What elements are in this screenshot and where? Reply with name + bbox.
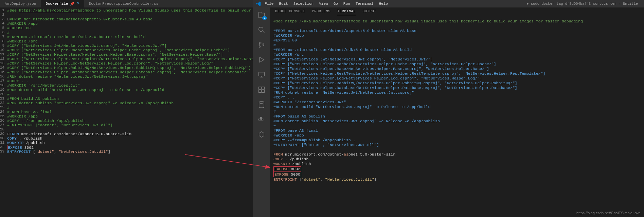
- code-line[interactable]: #WORKDIR /app: [7, 114, 253, 119]
- code-line[interactable]: #COPY ["NetServices.Helper.Base/NetServi…: [7, 52, 253, 57]
- terminal-content[interactable]: #See https://aka.ms/containerfastmode to…: [270, 17, 644, 217]
- terminal-line: #COPY ["NetServices.Helper.RabbitMQ/NetS…: [273, 81, 641, 86]
- code-line[interactable]: #RUN dotnet publish "NetServices.Jwt.csp…: [7, 101, 253, 105]
- panel-tab-terminal[interactable]: TERMINAL: [337, 9, 356, 15]
- menu-help[interactable]: Help: [377, 1, 390, 6]
- window-title: ● sudo docker tag df8d904baf43 ccr.ccs.t…: [391, 2, 641, 6]
- code-line[interactable]: ENTRYPOINT ["dotnet", "NetServices.Jwt.d…: [7, 149, 253, 154]
- code-line[interactable]: #: [7, 105, 253, 110]
- terminal-line: #See https://aka.ms/containerfastmode to…: [273, 19, 641, 24]
- terminal-line: WORKDIR /publish: [273, 162, 641, 166]
- terminal-line: FROM mcr.microsoft.com/dotnet/aspnet:5.0…: [273, 152, 641, 157]
- code-content[interactable]: #See https://aka.ms/containerfastmode to…: [7, 8, 253, 217]
- code-line[interactable]: [7, 127, 253, 132]
- code-line[interactable]: #WORKDIR "/src/NetServices.Jwt": [7, 83, 253, 88]
- menu-go[interactable]: Go: [332, 1, 340, 6]
- menu-edit[interactable]: Edit: [277, 1, 290, 6]
- terminal-line: #COPY . .: [273, 95, 641, 100]
- code-line[interactable]: EXPOSE 8002: [7, 145, 253, 149]
- code-line[interactable]: #RUN dotnet build "NetServices.Jwt.cspro…: [7, 88, 253, 92]
- code-line[interactable]: #EXPOSE 80: [7, 26, 253, 30]
- tab-controller[interactable]: DoctorPrescriptionController.cs: [84, 0, 163, 7]
- close-icon[interactable]: ×: [77, 1, 79, 6]
- code-line[interactable]: ⊟FROM mcr.microsoft.com/dotnet/aspnet:5.…: [7, 132, 253, 136]
- code-line[interactable]: #COPY ["NetServices.Jwt/NetServices.Jwt.…: [7, 43, 253, 48]
- code-line[interactable]: #COPY ["NetServices.Helper.RabbitMQ/NetS…: [7, 66, 253, 70]
- code-line[interactable]: #COPY --from=publish /app/publish .: [7, 119, 253, 123]
- code-line[interactable]: #See https://aka.ms/containerfastmode to…: [7, 8, 253, 13]
- code-line[interactable]: #RUN dotnet restore "NetServices.Jwt/Net…: [7, 74, 253, 79]
- vscode-pane: File Edit Selection View Go Run Terminal…: [253, 0, 644, 217]
- panel-area: DEBUG CONSOLE PROBLEMS TERMINAL OUTPUT #…: [270, 7, 644, 217]
- titlebar: File Edit Selection View Go Run Terminal…: [253, 0, 644, 7]
- terminal-line: #RUN dotnet publish "NetServices.Jwt.csp…: [273, 119, 641, 124]
- code-line[interactable]: COPY . /publish: [7, 136, 253, 141]
- terminal-line: #RUN dotnet build "NetServices.Jwt.cspro…: [273, 105, 641, 109]
- terminal-line: #FROM mcr.microsoft.com/dotnet/aspnet:5.…: [273, 29, 641, 33]
- terminal-line: #RUN dotnet restore "NetServices.Jwt/Net…: [273, 90, 641, 95]
- docker-icon[interactable]: [257, 115, 266, 124]
- terminal-line: #: [273, 43, 641, 48]
- terminal-line: #COPY ["NetServices.Jwt/NetServices.Jwt.…: [273, 57, 641, 62]
- remote-icon[interactable]: [257, 71, 266, 79]
- panel-tab-output[interactable]: OUTPUT: [362, 9, 376, 15]
- svg-point-9: [259, 102, 264, 104]
- panel-tab-problems[interactable]: PROBLEMS: [312, 9, 330, 15]
- tab-antdeploy[interactable]: AntDeploy.json: [0, 0, 41, 7]
- code-line[interactable]: #FROM build AS publish: [7, 96, 253, 101]
- watermark: https://blog.csdn.net/ChaITSimpleLove: [576, 211, 641, 215]
- terminal-line: #COPY ["NetServices.Helper.Cache/NetServ…: [273, 62, 641, 67]
- terminal-line: #WORKDIR "/src/NetServices.Jwt": [273, 100, 641, 105]
- panel-tab-debug[interactable]: DEBUG CONSOLE: [275, 9, 305, 15]
- search-icon[interactable]: [257, 26, 266, 34]
- source-control-icon[interactable]: [257, 41, 266, 49]
- svg-rect-8: [262, 90, 264, 92]
- menu-run[interactable]: Run: [341, 1, 352, 6]
- tab-dockerfile[interactable]: Dockerfile 📌 ×: [41, 0, 84, 7]
- code-line[interactable]: #WORKDIR /app: [7, 21, 253, 26]
- terminal-line: #ENTRYPOINT ["dotnet", "NetServices.Jwt.…: [273, 143, 641, 147]
- menu-file[interactable]: File: [263, 1, 275, 6]
- code-line[interactable]: #: [7, 92, 253, 96]
- menu-terminal[interactable]: Terminal: [354, 1, 376, 6]
- run-debug-icon[interactable]: [257, 56, 266, 64]
- code-line[interactable]: #FROM mcr.microsoft.com/dotnet/sdk:5.0-b…: [7, 35, 253, 39]
- pin-icon[interactable]: 📌: [70, 2, 75, 6]
- code-line[interactable]: #COPY . .: [7, 79, 253, 83]
- database-icon[interactable]: [257, 101, 266, 109]
- terminal-line: #FROM mcr.microsoft.com/dotnet/sdk:5.0-b…: [273, 48, 641, 52]
- svg-rect-6: [262, 87, 264, 89]
- code-editor[interactable]: 1234567891011121314151617181920212223242…: [0, 7, 253, 217]
- code-line[interactable]: #FROM base AS final: [7, 110, 253, 114]
- svg-rect-11: [260, 119, 262, 120]
- terminal-line: [273, 147, 641, 152]
- svg-rect-5: [259, 87, 261, 89]
- code-line[interactable]: ⊟#FROM mcr.microsoft.com/dotnet/aspnet:5…: [7, 17, 253, 21]
- terminal-line: ENTRYPOINT ["dotnet", "NetServices.Jwt.d…: [273, 177, 641, 182]
- kubernetes-icon[interactable]: [257, 130, 266, 139]
- badge: 1: [262, 16, 267, 20]
- explorer-icon[interactable]: 1: [257, 11, 266, 19]
- menu-view[interactable]: View: [317, 1, 330, 6]
- code-line[interactable]: #WORKDIR /src: [7, 39, 253, 43]
- terminal-line: EXPOSE 5000: [273, 172, 641, 177]
- terminal-line: #COPY ["NetServices.Helper.Database/NetS…: [273, 86, 641, 90]
- code-line[interactable]: WORKDIR /publish: [7, 141, 253, 145]
- code-line[interactable]: #: [7, 30, 253, 35]
- code-line[interactable]: #ENTRYPOINT ["dotnet", "NetServices.Jwt.…: [7, 123, 253, 127]
- terminal-line: #COPY ["NetServices.Helper.Log/NetServic…: [273, 76, 641, 81]
- editor-tabs: AntDeploy.json Dockerfile 📌 × DoctorPres…: [0, 0, 253, 7]
- svg-rect-13: [260, 117, 262, 119]
- terminal-line: #WORKDIR /src: [273, 52, 641, 57]
- svg-point-2: [259, 46, 261, 48]
- code-line[interactable]: #COPY ["NetServices.Helper.RestTemplate/…: [7, 57, 253, 61]
- code-line[interactable]: #COPY ["NetServices.Helper.Cache/NetServ…: [7, 48, 253, 52]
- panel-tabs: DEBUG CONSOLE PROBLEMS TERMINAL OUTPUT: [270, 7, 644, 17]
- svg-rect-10: [259, 119, 260, 120]
- code-line[interactable]: [7, 13, 253, 17]
- code-line[interactable]: #COPY ["NetServices.Helper.Database/NetS…: [7, 70, 253, 74]
- code-line[interactable]: #COPY ["NetServices.Helper.Log/NetServic…: [7, 61, 253, 66]
- menu-selection[interactable]: Selection: [291, 1, 316, 6]
- vs-editor-pane: AntDeploy.json Dockerfile 📌 × DoctorPres…: [0, 0, 253, 217]
- extensions-icon[interactable]: [257, 86, 266, 94]
